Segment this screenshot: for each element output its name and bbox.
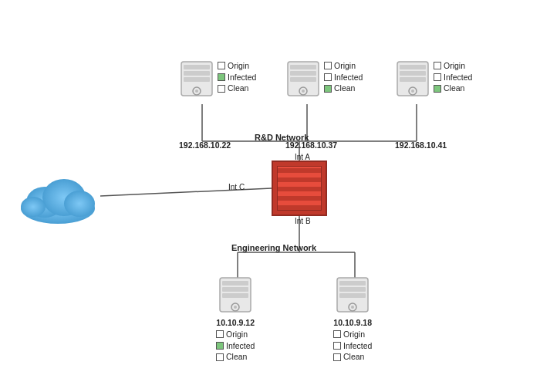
infected-row: Infected — [216, 340, 255, 352]
server-icon — [218, 276, 253, 316]
origin-checkbox — [216, 330, 224, 338]
server1-checkboxes: Origin Infected Clean — [218, 60, 256, 94]
network-diagram: Int A Int B Int C R&D Network Engineerin… — [0, 0, 540, 392]
server2-checkboxes: Origin Infected Clean — [324, 60, 363, 94]
infected-checkbox — [216, 342, 224, 350]
interface-label-a: Int A — [295, 153, 310, 161]
origin-label: Origin — [444, 60, 465, 72]
clean-row: Clean — [216, 351, 255, 363]
svg-point-13 — [64, 191, 95, 217]
origin-row: Origin — [434, 60, 472, 72]
server-192-168-10-41: Origin Infected Clean 192.168.10.41 — [395, 60, 447, 150]
eng-network-label: Engineering Network — [231, 243, 316, 252]
server5-checkboxes: Origin Infected Clean — [333, 329, 372, 363]
svg-rect-28 — [400, 65, 426, 69]
interface-label-c: Int C — [228, 183, 245, 191]
cloud-icon — [14, 168, 103, 228]
origin-checkbox — [218, 62, 225, 69]
clean-row: Clean — [434, 83, 472, 94]
svg-rect-36 — [222, 293, 248, 298]
svg-rect-35 — [222, 287, 248, 292]
infected-checkbox — [218, 73, 225, 81]
clean-label: Clean — [343, 351, 364, 363]
svg-rect-23 — [290, 71, 316, 76]
server-10-10-9-18: 10.10.9.18 Origin Infected Clean — [333, 276, 372, 363]
infected-checkbox — [324, 73, 332, 81]
server2-ip: 192.168.10.37 — [285, 140, 337, 150]
server-icon — [179, 60, 214, 100]
svg-rect-41 — [339, 287, 366, 292]
server-192-168-10-37: Origin Infected Clean 192.168.10.37 — [285, 60, 337, 150]
firewall-texture — [277, 166, 322, 211]
infected-label: Infected — [226, 340, 255, 352]
server3-ip: 192.168.10.41 — [395, 140, 447, 150]
clean-label: Clean — [226, 351, 247, 363]
svg-point-26 — [302, 90, 305, 93]
server-192-168-10-22: Origin Infected Clean 192.168.10.22 — [179, 60, 231, 150]
server5-ip: 10.10.9.18 — [333, 318, 372, 327]
clean-checkbox — [333, 353, 341, 361]
server-icon — [285, 60, 321, 100]
interface-label-b: Int B — [295, 217, 311, 225]
origin-checkbox — [434, 62, 441, 69]
origin-row: Origin — [216, 329, 255, 340]
svg-rect-29 — [400, 71, 426, 76]
server4-checkboxes: Origin Infected Clean — [216, 329, 255, 363]
svg-rect-22 — [290, 65, 316, 69]
clean-row: Clean — [333, 351, 372, 363]
svg-point-14 — [21, 197, 46, 217]
origin-row: Origin — [218, 60, 256, 72]
infected-row: Infected — [324, 72, 363, 83]
infected-row: Infected — [333, 340, 372, 352]
svg-rect-34 — [222, 281, 248, 286]
server-icon — [395, 60, 430, 100]
clean-row: Clean — [218, 83, 256, 94]
svg-point-32 — [411, 90, 414, 93]
svg-line-0 — [100, 188, 272, 196]
origin-label: Origin — [334, 60, 356, 72]
infected-label: Infected — [444, 72, 472, 83]
clean-label: Clean — [228, 83, 248, 94]
server-icon — [335, 276, 370, 316]
origin-label: Origin — [343, 329, 365, 340]
clean-checkbox — [216, 353, 224, 361]
svg-rect-30 — [400, 77, 426, 82]
svg-rect-16 — [184, 65, 210, 69]
infected-checkbox — [333, 342, 341, 350]
clean-checkbox — [218, 85, 225, 93]
svg-rect-24 — [290, 77, 316, 82]
svg-point-44 — [351, 306, 354, 309]
clean-label: Clean — [444, 83, 464, 94]
clean-row: Clean — [324, 83, 363, 94]
server1-ip: 192.168.10.22 — [179, 140, 231, 150]
firewall — [272, 161, 327, 216]
clean-checkbox — [324, 85, 332, 93]
clean-checkbox — [434, 85, 441, 93]
origin-row: Origin — [324, 60, 363, 72]
infected-checkbox — [434, 73, 441, 81]
server4-ip: 10.10.9.12 — [216, 318, 255, 327]
svg-rect-42 — [339, 293, 366, 298]
svg-point-38 — [234, 306, 237, 309]
origin-checkbox — [333, 330, 341, 338]
svg-rect-40 — [339, 281, 366, 286]
svg-rect-18 — [184, 77, 210, 82]
svg-rect-17 — [184, 71, 210, 76]
origin-label: Origin — [228, 60, 249, 72]
clean-label: Clean — [334, 83, 355, 94]
infected-label: Infected — [228, 72, 256, 83]
infected-label: Infected — [343, 340, 372, 352]
svg-point-20 — [195, 90, 198, 93]
infected-row: Infected — [434, 72, 472, 83]
infected-label: Infected — [334, 72, 363, 83]
server-10-10-9-12: 10.10.9.12 Origin Infected Clean — [216, 276, 255, 363]
origin-row: Origin — [333, 329, 372, 340]
origin-checkbox — [324, 62, 332, 69]
server3-checkboxes: Origin Infected Clean — [434, 60, 472, 94]
origin-label: Origin — [226, 329, 248, 340]
infected-row: Infected — [218, 72, 256, 83]
